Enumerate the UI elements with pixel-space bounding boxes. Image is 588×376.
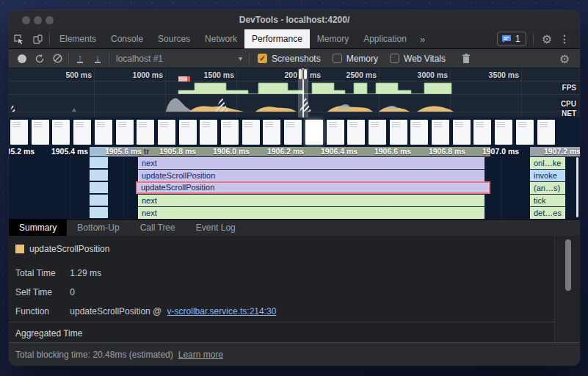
timeline-overview[interactable]: 500 ms1000 ms1500 ms200ms2500 ms3000 ms3… (9, 68, 580, 118)
chevron-down-icon: ▾ (239, 54, 242, 62)
detail-tab-call-tree[interactable]: Call Tree (130, 220, 186, 236)
kebab-menu-icon[interactable]: ⋮ (558, 33, 574, 45)
flame-bar-small[interactable] (90, 195, 108, 206)
load-profile-icon[interactable]: ↑ (71, 51, 89, 67)
tab-console[interactable]: Console (104, 29, 150, 48)
device-toolbar-icon[interactable] (28, 29, 47, 48)
screenshot-thumbnail[interactable] (32, 120, 49, 145)
flame-bar-onl-ke[interactable]: onl…ke (530, 157, 565, 169)
tab-sources[interactable]: Sources (150, 29, 197, 48)
tab-elements[interactable]: Elements (52, 29, 104, 48)
profile-select[interactable]: localhost #1 ▾ (112, 54, 247, 64)
flame-ruler-label: 1907.2 ms (544, 147, 580, 156)
devtools-window: DevTools - localhost:4200/ ElementsConso… (9, 10, 580, 366)
screenshot-thumbnail[interactable] (73, 120, 91, 145)
scrollbar-track[interactable] (554, 236, 580, 342)
flame-bar-small[interactable] (90, 207, 108, 218)
trash-icon[interactable] (457, 51, 475, 67)
reload-and-record-icon[interactable] (31, 51, 48, 67)
flame-chart[interactable]: 1905.2 ms1905.4 ms1905.6 ms1905.8 ms1906… (9, 147, 580, 219)
flame-bar-small[interactable] (90, 170, 108, 181)
screenshot-thumbnail[interactable] (369, 120, 386, 145)
screenshot-thumbnail[interactable] (200, 120, 217, 145)
screenshot-thumbnail[interactable] (432, 120, 449, 145)
flame-bar-updatescrollposition[interactable]: updateScrollPosition (138, 170, 484, 181)
function-label: Function (15, 306, 68, 317)
screenshot-thumbnail[interactable] (179, 120, 197, 145)
screenshot-thumbnail[interactable] (158, 120, 175, 145)
checkbox-screenshots[interactable]: ✓Screenshots (258, 54, 321, 64)
flame-bar-updatescrollposition[interactable]: updateScrollPosition (136, 181, 490, 194)
flame-bar-next[interactable]: next (138, 207, 484, 219)
screenshot-thumbnail[interactable] (242, 120, 260, 145)
divider (49, 33, 50, 45)
screenshot-thumbnail[interactable] (390, 120, 407, 145)
flame-bar-next[interactable]: next (138, 195, 484, 206)
unchecked-checkbox-icon (390, 54, 399, 63)
flame-bar-next[interactable]: next (138, 157, 484, 169)
clear-icon[interactable] (48, 51, 66, 67)
screenshot-thumbnail[interactable] (516, 120, 534, 145)
unchecked-checkbox-icon (333, 54, 342, 63)
screenshot-thumbnail[interactable] (305, 120, 323, 145)
selection-grip-left[interactable] (299, 69, 302, 79)
screenshot-thumbnail[interactable] (284, 120, 302, 145)
screenshot-thumbnail[interactable] (327, 120, 344, 145)
detail-tab-event-log[interactable]: Event Log (186, 220, 246, 236)
screenshot-thumbnail[interactable] (52, 120, 70, 145)
flame-bar-tick[interactable]: tick (530, 195, 565, 206)
tab-network[interactable]: Network (197, 29, 244, 48)
screenshot-thumbnail[interactable] (10, 120, 28, 145)
tab-performance[interactable]: Performance (244, 29, 310, 48)
flame-bar-invoke[interactable]: invoke (530, 170, 565, 181)
screenshot-thumbnail[interactable] (537, 120, 555, 145)
function-value: updateScrollPosition @ (70, 306, 161, 317)
flame-bar--an-s-[interactable]: (an…s) (530, 182, 565, 194)
checkbox-memory[interactable]: Memory (333, 54, 378, 64)
settings-gear-icon[interactable]: ⚙ (536, 32, 558, 46)
screenshot-thumbnail[interactable] (410, 120, 428, 145)
checkbox-web-vitals[interactable]: Web Vitals (390, 54, 446, 64)
ruler-label: 1000 ms (133, 70, 163, 80)
more-tabs-button[interactable]: » (414, 29, 431, 48)
flame-ruler-label: 1906.2 ms (267, 147, 304, 156)
tab-application[interactable]: Application (356, 29, 414, 48)
issues-badge[interactable]: 1 (497, 32, 526, 46)
flame-bar-small[interactable] (90, 182, 108, 193)
flame-bar-small[interactable] (90, 157, 108, 168)
flame-scrollbar[interactable] (576, 157, 578, 217)
screenshot-thumbnail[interactable] (473, 120, 491, 145)
screenshot-thumbnail[interactable] (263, 120, 280, 145)
scrollbar-thumb[interactable] (565, 239, 571, 291)
detail-tab-bottom-up[interactable]: Bottom-Up (67, 220, 129, 236)
capture-settings-gear-icon[interactable]: ⚙ (553, 52, 576, 66)
checkbox-label: Web Vitals (404, 54, 446, 64)
issues-count: 1 (515, 34, 520, 44)
ruler-ghost-text: _tr (139, 147, 149, 156)
screenshot-thumbnail[interactable] (347, 120, 365, 145)
flame-gridline (70, 156, 70, 219)
flame-bar-det-es[interactable]: det…es (530, 207, 565, 219)
devtools-tab-bar: ElementsConsoleSourcesNetworkPerformance… (9, 29, 580, 49)
screenshot-thumbnail[interactable] (137, 120, 154, 145)
inspect-element-icon[interactable] (9, 29, 28, 48)
flame-ruler-label: 1905.2 ms (9, 147, 35, 156)
screenshot-thumbnail[interactable] (95, 120, 112, 145)
save-profile-icon[interactable]: ↓ (89, 51, 106, 67)
screenshot-thumbnail[interactable] (116, 120, 134, 145)
screenshot-thumbnail[interactable] (495, 120, 512, 145)
checkbox-label: Screenshots (272, 54, 321, 64)
screenshot-thumbnail[interactable] (453, 120, 471, 145)
selection-grip-right[interactable] (304, 69, 307, 79)
divider (68, 53, 69, 65)
record-button[interactable] (13, 51, 31, 67)
source-location-link[interactable]: v-scrollbar.service.ts:214:30 (167, 306, 277, 317)
learn-more-link[interactable]: Learn more (178, 350, 223, 360)
flame-gridline (123, 156, 124, 219)
screenshot-thumbnail[interactable] (221, 120, 239, 145)
self-time-value: 0 (70, 287, 75, 297)
flame-ruler-label: 1907.0 ms (482, 147, 519, 156)
detail-tab-summary[interactable]: Summary (9, 220, 67, 236)
tab-memory[interactable]: Memory (310, 29, 356, 48)
summary-title-row: updateScrollPosition (15, 244, 109, 254)
